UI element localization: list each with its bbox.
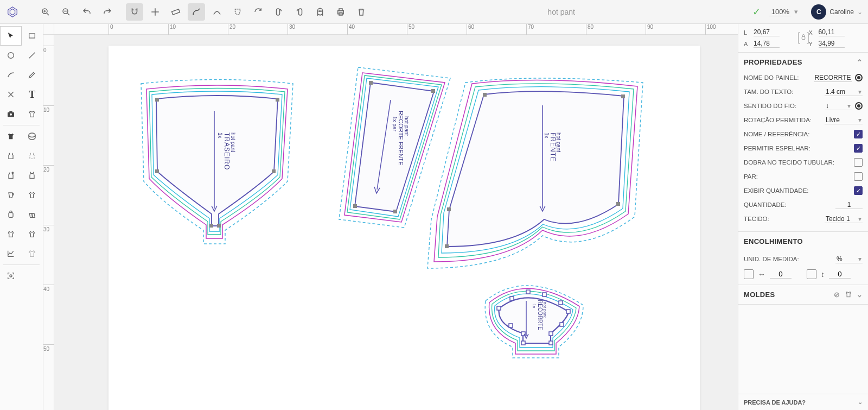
scissors-icon[interactable]	[0, 85, 22, 104]
height-field[interactable]	[754, 40, 780, 48]
tank-dashed-icon[interactable]	[22, 146, 43, 166]
svg-marker-1	[10, 9, 15, 15]
circle-icon[interactable]	[0, 46, 22, 65]
shirt-ghost-icon[interactable]	[22, 244, 43, 263]
fabric-select[interactable]: Tecido 1▾	[825, 215, 863, 223]
crosshair-icon[interactable]	[146, 3, 164, 21]
document-name[interactable]: hot pant	[480, 8, 643, 16]
arrow-select-icon[interactable]	[0, 26, 22, 46]
bodice2-icon[interactable]	[0, 224, 22, 244]
vest-icon[interactable]	[22, 166, 43, 185]
svg-rect-76	[802, 36, 805, 39]
rectangle-icon[interactable]	[22, 26, 43, 46]
zoom-out-icon[interactable]	[58, 3, 75, 21]
width-field[interactable]	[754, 28, 780, 36]
page-area[interactable]: hot pant TRASEIRO 1x	[108, 46, 700, 410]
zoom-value[interactable]: 100%	[769, 8, 791, 16]
horizontal-ruler: 0 10 20 30 40 50 60 70 80 90 100	[54, 24, 738, 35]
focus-icon[interactable]	[0, 266, 22, 286]
chart-icon[interactable]	[0, 244, 22, 263]
target-icon[interactable]	[855, 102, 863, 110]
shrink-v-input[interactable]	[829, 270, 851, 279]
measure-tape-icon[interactable]	[22, 127, 43, 146]
shirt-filled-icon[interactable]	[0, 127, 22, 146]
collapse-icon[interactable]: ⌃	[857, 58, 863, 66]
magnet-icon[interactable]	[126, 3, 143, 21]
bags-icon[interactable]	[22, 205, 43, 224]
sleeve-dot-icon[interactable]	[0, 166, 22, 185]
section-title: ENCOLHIMENTO	[744, 237, 803, 245]
pen-tool-icon[interactable]	[188, 3, 205, 21]
shrink-h-input[interactable]	[770, 270, 792, 279]
bodice-icon[interactable]	[22, 104, 43, 124]
panel-name-input[interactable]	[814, 74, 852, 82]
pattern-piece-recorrte[interactable]: hot pant RECORRTE 1x	[485, 286, 583, 358]
y-field[interactable]	[819, 40, 845, 48]
properties-panel: L X A Y PROPRIEDADES ⌃ NOME DO PAINEL: T…	[738, 24, 868, 410]
zoom-control[interactable]: 100% ▾	[769, 8, 798, 16]
svg-rect-53	[447, 207, 451, 211]
ghost-icon[interactable]	[311, 3, 329, 21]
pair-checkbox[interactable]	[854, 172, 863, 181]
user-menu[interactable]: C Caroline ⌄	[811, 4, 863, 20]
curve-draw-icon[interactable]	[0, 65, 22, 85]
mirror-checkbox[interactable]	[854, 144, 863, 153]
trash-icon[interactable]	[353, 3, 370, 21]
x-field[interactable]	[819, 28, 845, 36]
app-logo[interactable]	[5, 5, 20, 19]
pattern-piece-traseiro[interactable]: hot pant TRASEIRO 1x	[141, 80, 293, 244]
chevron-down-icon[interactable]: ▾	[794, 8, 798, 16]
shrink-h-checkbox[interactable]	[744, 269, 754, 279]
mold-piece-icon[interactable]	[845, 291, 852, 299]
pattern-piece-frente[interactable]: hot pant FRENTE 1x	[427, 78, 643, 268]
svg-point-27	[10, 113, 12, 116]
tank-outline-icon[interactable]	[0, 146, 22, 166]
show-qty-checkbox[interactable]	[854, 186, 863, 195]
svg-rect-63	[542, 293, 546, 297]
line-icon[interactable]	[22, 46, 43, 65]
mold-disable-icon[interactable]: ⊘	[834, 291, 840, 299]
chevron-down-icon[interactable]: ⌄	[858, 399, 863, 406]
roll-left-icon[interactable]	[270, 3, 288, 21]
lock-icon[interactable]	[798, 29, 809, 47]
cup-icon[interactable]	[0, 185, 22, 205]
grain-select[interactable]: ↓▾	[825, 102, 852, 110]
name-ref-checkbox[interactable]	[854, 130, 863, 138]
undo-icon[interactable]	[78, 3, 95, 21]
unit-select[interactable]: %▾	[835, 255, 863, 263]
chevron-down-icon[interactable]: ⌄	[857, 291, 863, 299]
svg-text:1x: 1x	[217, 133, 223, 138]
curve-icon[interactable]	[208, 3, 226, 21]
roll-right-icon[interactable]	[291, 3, 308, 21]
tubular-checkbox[interactable]	[854, 158, 863, 167]
text-icon[interactable]: T	[22, 85, 43, 104]
print-icon[interactable]	[332, 3, 349, 21]
redo-icon[interactable]	[99, 3, 116, 21]
text-size-select[interactable]: 1.4 cm▾	[825, 88, 863, 96]
zoom-in-icon[interactable]	[37, 3, 54, 21]
svg-rect-66	[560, 323, 564, 326]
user-name: Caroline	[829, 8, 854, 16]
chevron-down-icon[interactable]: ⌄	[857, 8, 863, 16]
svg-rect-62	[526, 290, 530, 294]
bodice3-icon[interactable]	[22, 224, 43, 244]
rotation-select[interactable]: Livre▾	[825, 116, 863, 124]
pattern-shape-icon[interactable]	[229, 3, 246, 21]
svg-text:RECORRTE: RECORRTE	[537, 300, 543, 330]
canvas[interactable]: hot pant TRASEIRO 1x	[54, 35, 738, 410]
target-icon[interactable]	[855, 74, 863, 81]
help-footer[interactable]: PRECISA DE AJUDA? ⌄	[738, 394, 868, 410]
armor-icon[interactable]	[22, 185, 43, 205]
refresh-icon[interactable]	[250, 3, 267, 21]
quantity-input[interactable]	[835, 201, 863, 209]
pencil-icon[interactable]	[22, 65, 43, 85]
pattern-piece-recorte-frente[interactable]: hot pant RECORTE FRENTE 1x par	[339, 67, 450, 228]
ruler-icon[interactable]	[167, 3, 184, 21]
workspace: 0 10 20 30 40 50 60 70 80 90 100 0 10 20…	[43, 24, 738, 410]
svg-rect-51	[483, 93, 487, 97]
svg-rect-45	[353, 204, 357, 208]
camera-icon[interactable]	[0, 104, 22, 124]
backpack-icon[interactable]	[0, 205, 22, 224]
molds-section: MOLDES ⊘ ⌄	[738, 285, 868, 305]
shrink-v-checkbox[interactable]	[807, 269, 816, 279]
